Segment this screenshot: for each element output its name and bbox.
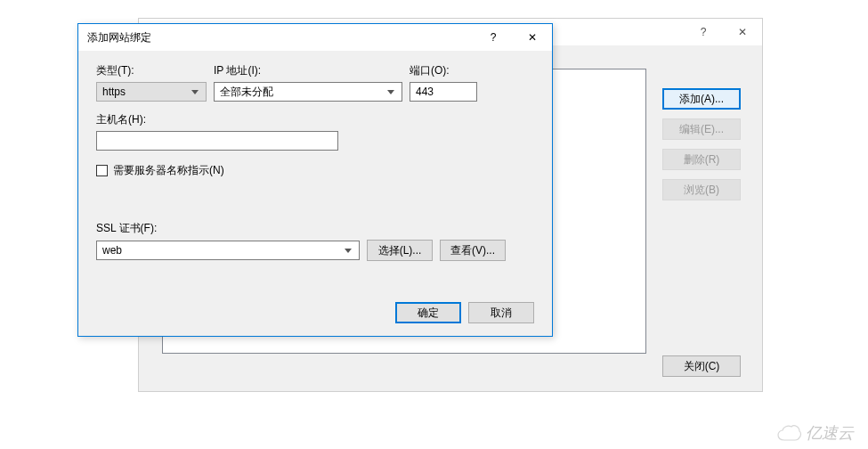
host-block: 主机名(H): (96, 112, 534, 151)
port-label: 端口(O): (410, 63, 477, 78)
cancel-button[interactable]: 取消 (468, 302, 534, 323)
dialog-title: 添加网站绑定 (87, 30, 474, 45)
ip-label: IP 地址(I): (214, 63, 402, 78)
dialog-body: 类型(T): https IP 地址(I): 全部未分配 端 (78, 51, 552, 336)
port-value: 443 (416, 86, 434, 98)
chevron-down-icon (384, 85, 398, 99)
port-input[interactable]: 443 (410, 82, 477, 102)
type-value: https (102, 86, 126, 98)
select-cert-button[interactable]: 选择(L)... (367, 240, 433, 261)
sni-row: 需要服务器名称指示(N) (96, 163, 534, 178)
host-label: 主机名(H): (96, 112, 534, 127)
type-label: 类型(T): (96, 63, 207, 78)
help-icon[interactable]: ? (684, 19, 723, 45)
type-select[interactable]: https (96, 82, 207, 102)
close-icon[interactable]: ✕ (513, 24, 552, 51)
sni-label: 需要服务器名称指示(N) (113, 163, 224, 178)
remove-button: 删除(R) (662, 149, 741, 170)
ssl-value: web (102, 244, 122, 257)
row-type-ip-port: 类型(T): https IP 地址(I): 全部未分配 端 (96, 63, 534, 102)
close-icon[interactable]: ✕ (723, 19, 762, 45)
side-buttons: 添加(A)... 编辑(E)... 删除(R) 浏览(B) (662, 88, 741, 200)
ok-button[interactable]: 确定 (395, 302, 461, 323)
dialog-buttons: 确定 取消 (395, 302, 534, 323)
ssl-label: SSL 证书(F): (96, 221, 534, 236)
cloud-icon (777, 425, 802, 441)
ip-select[interactable]: 全部未分配 (214, 82, 402, 102)
ip-value: 全部未分配 (220, 85, 273, 100)
edit-button: 编辑(E)... (662, 118, 741, 140)
browse-button: 浏览(B) (662, 179, 741, 200)
close-button[interactable]: 关闭(C) (662, 355, 741, 377)
add-site-binding-dialog: 添加网站绑定 ? ✕ 类型(T): https IP 地址(I): 全部未分配 (77, 23, 553, 337)
view-cert-button[interactable]: 查看(V)... (440, 240, 506, 261)
chevron-down-icon (341, 243, 355, 257)
watermark-text: 亿速云 (806, 422, 854, 444)
front-titlebar: 添加网站绑定 ? ✕ (78, 24, 552, 51)
help-icon[interactable]: ? (474, 24, 513, 51)
ssl-block: SSL 证书(F): web 选择(L)... 查看(V)... (96, 221, 534, 261)
watermark: 亿速云 (777, 422, 854, 444)
chevron-down-icon (188, 85, 202, 99)
sni-checkbox[interactable] (96, 165, 108, 176)
ssl-select[interactable]: web (96, 241, 360, 260)
host-input[interactable] (96, 131, 338, 151)
add-button[interactable]: 添加(A)... (662, 88, 741, 110)
